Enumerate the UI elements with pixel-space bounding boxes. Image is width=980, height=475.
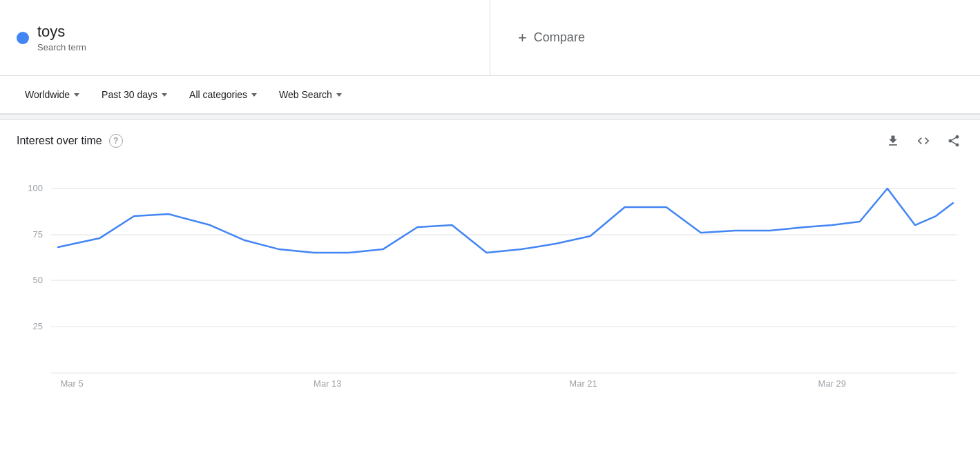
search-term-text: toys Search term (37, 23, 86, 52)
x-label-mar29: Mar 29 (818, 378, 846, 389)
term-color-dot (17, 32, 29, 44)
x-label-mar21: Mar 21 (569, 378, 597, 389)
share-icon (947, 134, 961, 148)
searchtype-filter[interactable]: Web Search (271, 85, 350, 104)
worldwide-chevron-icon (74, 93, 79, 97)
y-label-100: 100 (28, 183, 43, 193)
download-button[interactable] (883, 131, 903, 151)
chart-title-row: Interest over time ? (17, 134, 123, 148)
interest-over-time-chart: 100 75 50 25 Mar 5 Mar 13 Mar 21 Mar 29 (17, 157, 963, 392)
chart-header: Interest over time ? (17, 131, 963, 151)
page-header: toys Search term + Compare (0, 0, 980, 76)
timerange-label: Past 30 days (102, 89, 157, 100)
y-label-75: 75 (33, 229, 43, 240)
chart-container: 100 75 50 25 Mar 5 Mar 13 Mar 21 Mar 29 (17, 157, 963, 394)
worldwide-label: Worldwide (25, 89, 70, 100)
y-label-25: 25 (33, 321, 43, 331)
search-term-section: toys Search term (0, 0, 490, 75)
x-label-mar13: Mar 13 (314, 378, 341, 389)
x-label-mar5: Mar 5 (60, 378, 83, 389)
embed-button[interactable] (914, 131, 933, 151)
categories-filter[interactable]: All categories (181, 85, 265, 104)
categories-label: All categories (189, 89, 247, 100)
compare-label: Compare (534, 30, 585, 45)
chart-line (58, 188, 953, 253)
share-button[interactable] (944, 131, 963, 151)
search-term-subtitle: Search term (37, 42, 86, 52)
searchtype-chevron-icon (336, 93, 342, 97)
embed-icon (916, 134, 930, 148)
chart-section: Interest over time ? (0, 120, 980, 394)
timerange-filter[interactable]: Past 30 days (93, 85, 175, 104)
search-term-title: toys (37, 23, 86, 41)
compare-plus-icon: + (518, 29, 527, 47)
filters-bar: Worldwide Past 30 days All categories We… (0, 76, 980, 115)
compare-section[interactable]: + Compare (490, 29, 980, 47)
section-divider (0, 115, 980, 120)
download-icon (886, 134, 900, 148)
timerange-chevron-icon (162, 93, 167, 97)
chart-actions (883, 131, 963, 151)
worldwide-filter[interactable]: Worldwide (17, 85, 88, 104)
chart-title: Interest over time (17, 135, 102, 147)
y-label-50: 50 (33, 275, 43, 285)
help-icon[interactable]: ? (109, 134, 123, 148)
searchtype-label: Web Search (279, 89, 332, 100)
categories-chevron-icon (251, 93, 257, 97)
